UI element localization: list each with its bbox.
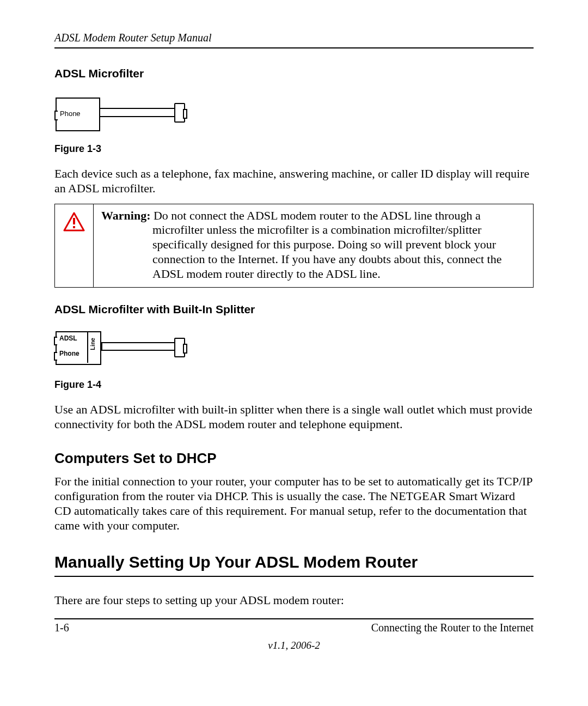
splitter-divider <box>87 331 88 363</box>
cable-end <box>99 108 100 117</box>
section-heading-microfilter-splitter: ADSL Microfilter with Built-In Splitter <box>54 303 534 316</box>
warning-icon-cell <box>55 204 94 287</box>
warning-label: Warning: <box>101 209 150 222</box>
body-paragraph: There are four steps to setting up your … <box>54 593 534 608</box>
warning-triangle-icon <box>63 212 85 232</box>
figure-caption: Figure 1-3 <box>54 143 534 155</box>
svg-rect-1 <box>73 218 75 224</box>
rj11-plug-icon <box>174 338 185 357</box>
splitter-adsl-label: ADSL <box>59 334 77 342</box>
page-footer: 1-6 Connecting the Router to the Interne… <box>54 618 534 652</box>
body-paragraph: Each device such as a telephone, fax mac… <box>54 167 534 196</box>
running-header: ADSL Modem Router Setup Manual <box>54 32 534 48</box>
cable-end <box>101 342 102 351</box>
section-heading-adsl-microfilter: ADSL Microfilter <box>54 67 534 80</box>
section-heading-manual-setup: Manually Setting Up Your ADSL Modem Rout… <box>54 553 534 577</box>
cable-line <box>101 342 175 343</box>
figure-1-3-microfilter: Phone <box>54 94 185 132</box>
section-heading-dhcp: Computers Set to DHCP <box>54 450 534 467</box>
page-number: 1-6 <box>54 622 69 634</box>
figure-caption: Figure 1-4 <box>54 379 534 391</box>
rj11-plug-icon <box>174 103 185 123</box>
svg-rect-2 <box>73 226 75 228</box>
microfilter-phone-label: Phone <box>60 109 81 118</box>
chapter-title: Connecting the Router to the Internet <box>371 622 534 634</box>
body-paragraph: Use an ADSL microfilter with built-in sp… <box>54 403 534 432</box>
splitter-phone-label: Phone <box>59 350 79 357</box>
cable-line <box>101 350 175 351</box>
splitter-line-label: Line <box>89 338 96 350</box>
cable-line <box>99 108 175 109</box>
cable-line <box>99 116 175 117</box>
figure-1-4-microfilter-splitter: ADSL Phone Line <box>54 330 185 368</box>
body-paragraph: For the initial connection to your route… <box>54 474 534 533</box>
warning-callout: Warning: Do not connect the ADSL modem r… <box>54 204 534 288</box>
warning-body: Do not connect the ADSL modem router to … <box>152 209 501 281</box>
warning-text: Warning: Do not connect the ADSL modem r… <box>94 204 533 287</box>
doc-version: v1.1, 2006-2 <box>54 640 534 652</box>
